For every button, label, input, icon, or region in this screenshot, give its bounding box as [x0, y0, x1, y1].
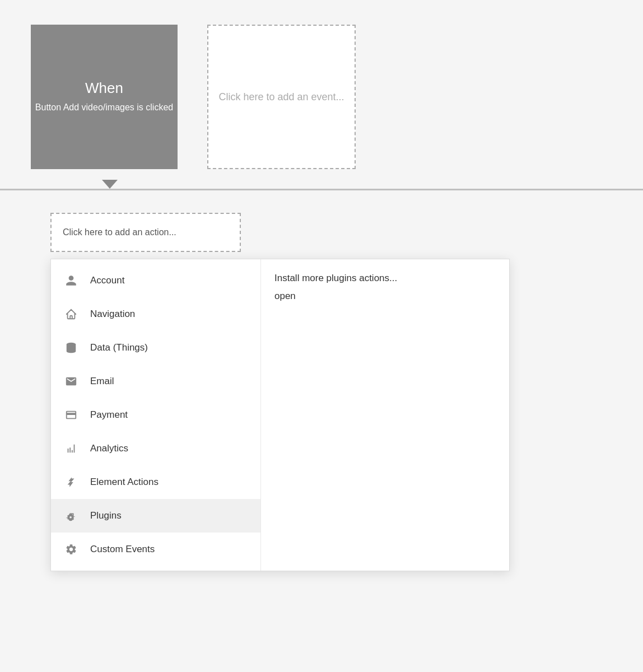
menu-label-payment: Payment — [90, 409, 128, 421]
menu-label-data: Data (Things) — [90, 342, 148, 353]
menu-item-payment[interactable]: Payment — [51, 398, 260, 432]
menu-item-account[interactable]: Account — [51, 264, 260, 297]
when-title: When — [85, 80, 123, 97]
email-icon — [62, 372, 80, 390]
menu-label-element-actions: Element Actions — [90, 477, 159, 488]
dropdown-menu: Account Navigation — [50, 259, 510, 571]
custom-events-icon — [62, 540, 80, 558]
menu-label-email: Email — [90, 376, 114, 387]
menu-item-analytics[interactable]: Analytics — [51, 432, 260, 465]
install-more-plugins[interactable]: Install more plugins actions... — [274, 269, 496, 287]
payment-icon — [62, 406, 80, 424]
plugins-icon — [62, 507, 80, 525]
analytics-icon — [62, 440, 80, 458]
menu-item-plugins[interactable]: Plugins — [51, 499, 260, 533]
action-placeholder: Click here to add an action... — [63, 227, 176, 237]
canvas-area: When Button Add video/images is clicked … — [0, 0, 643, 190]
menu-item-email[interactable]: Email — [51, 365, 260, 398]
menu-left: Account Navigation — [51, 259, 261, 571]
user-icon — [62, 272, 80, 290]
menu-item-custom-events[interactable]: Custom Events — [51, 533, 260, 566]
when-desc: Button Add video/images is clicked — [35, 101, 173, 114]
menu-item-navigation[interactable]: Navigation — [51, 297, 260, 331]
bottom-panel: Click here to add an action... Account — [0, 190, 643, 672]
arrow-down-icon — [102, 180, 118, 189]
menu-right: Install more plugins actions... open — [261, 259, 509, 571]
menu-label-account: Account — [90, 275, 124, 286]
navigate-icon — [62, 305, 80, 323]
event-placeholder: Click here to add an event... — [218, 90, 344, 105]
database-icon — [62, 339, 80, 357]
open-item[interactable]: open — [274, 287, 496, 305]
menu-label-analytics: Analytics — [90, 443, 128, 454]
menu-label-plugins: Plugins — [90, 510, 122, 521]
menu-item-element-actions[interactable]: Element Actions — [51, 465, 260, 499]
menu-item-data[interactable]: Data (Things) — [51, 331, 260, 365]
action-box[interactable]: Click here to add an action... — [50, 213, 241, 252]
when-block: When Button Add video/images is clicked — [31, 25, 178, 169]
menu-label-navigation: Navigation — [90, 309, 135, 320]
event-box[interactable]: Click here to add an event... — [207, 25, 356, 169]
element-icon — [62, 473, 80, 491]
menu-label-custom-events: Custom Events — [90, 544, 155, 555]
